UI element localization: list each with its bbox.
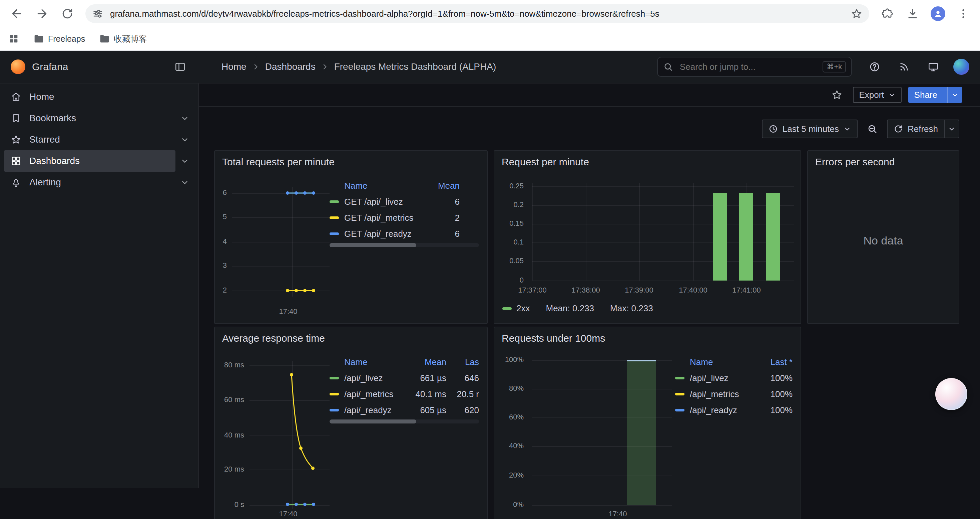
col-mean[interactable]: Mean bbox=[420, 181, 460, 191]
time-range-label: Last 5 minutes bbox=[783, 124, 839, 134]
bar-percent[interactable] bbox=[627, 360, 656, 505]
address-bar[interactable] bbox=[85, 4, 869, 23]
col-name[interactable]: Name bbox=[690, 357, 755, 367]
legend-row[interactable]: /api/_metrics 40.1 ms 20.5 r bbox=[329, 386, 479, 402]
refresh-button[interactable]: Refresh bbox=[888, 120, 944, 137]
y-tick: 0.1 bbox=[494, 238, 524, 246]
favorite-dashboard-button[interactable] bbox=[827, 86, 846, 104]
floating-assistant-avatar[interactable] bbox=[935, 378, 967, 410]
sidebar-label: Dashboards bbox=[29, 156, 80, 166]
panel-title[interactable]: Request per minute bbox=[502, 156, 589, 168]
reload-button[interactable] bbox=[56, 2, 79, 25]
y-tick: 100% bbox=[494, 355, 524, 364]
y-tick: 0.2 bbox=[494, 200, 524, 209]
scrollbar-thumb[interactable] bbox=[329, 420, 416, 423]
legend-row[interactable]: /api/_metrics 100% bbox=[675, 386, 792, 402]
search-input[interactable] bbox=[678, 61, 817, 73]
panel-title[interactable]: Requests under 100ms bbox=[502, 333, 605, 344]
bar-2xx[interactable] bbox=[739, 193, 753, 281]
col-last[interactable]: Las bbox=[446, 357, 479, 367]
series-mean: 2 bbox=[420, 213, 460, 223]
export-label: Export bbox=[859, 90, 884, 100]
kiosk-button[interactable] bbox=[924, 57, 943, 76]
legend-row[interactable]: /api/_readyz 605 µs 620 bbox=[329, 402, 479, 418]
zoom-out-button[interactable] bbox=[863, 120, 881, 138]
legend-row[interactable]: /api/_livez 100% bbox=[675, 370, 792, 386]
sidebar-item-home[interactable]: Home bbox=[4, 86, 194, 107]
share-button[interactable]: Share bbox=[908, 87, 943, 103]
expand-toggle[interactable] bbox=[175, 156, 194, 165]
bookmark-folder-blogs[interactable]: 收藏博客 bbox=[99, 33, 147, 45]
bookmark-star-icon[interactable] bbox=[851, 8, 862, 20]
share-button-group: Share bbox=[908, 87, 962, 103]
search-box[interactable]: ⌘+k bbox=[657, 57, 852, 77]
news-button[interactable] bbox=[895, 57, 913, 76]
search-icon bbox=[663, 62, 673, 72]
person-icon bbox=[933, 9, 943, 18]
series-mean: 40.1 ms bbox=[399, 389, 446, 399]
sidebar: Home Bookmarks Starred bbox=[0, 83, 199, 488]
forward-button[interactable] bbox=[31, 2, 53, 25]
expand-toggle[interactable] bbox=[175, 114, 194, 123]
expand-toggle[interactable] bbox=[175, 178, 194, 187]
extensions-button[interactable] bbox=[876, 2, 899, 25]
bookmark-folder-freeleaps[interactable]: Freeleaps bbox=[33, 33, 85, 45]
panel-title[interactable]: Errors per second bbox=[815, 156, 895, 168]
series-color-chip bbox=[675, 409, 684, 412]
legend-row[interactable]: GET /api/_readyz 6 bbox=[329, 226, 479, 242]
sidebar-toggle-button[interactable] bbox=[171, 57, 189, 76]
series-mean: 6 bbox=[420, 229, 460, 239]
legend-row[interactable]: GET /api/_metrics 2 bbox=[329, 210, 479, 226]
legend-series[interactable]: 2xx bbox=[502, 303, 530, 314]
bar-2xx[interactable] bbox=[713, 193, 727, 281]
legend-row[interactable]: GET /api/_livez 6 bbox=[329, 194, 479, 210]
legend-row[interactable]: /api/_livez 661 µs 646 bbox=[329, 370, 479, 386]
downloads-button[interactable] bbox=[901, 2, 924, 25]
site-info-icon[interactable] bbox=[92, 8, 103, 19]
browser-menu-button[interactable] bbox=[952, 2, 975, 25]
grafana-logo bbox=[11, 59, 25, 74]
help-button[interactable] bbox=[865, 57, 884, 76]
sidebar-item-bookmarks[interactable]: Bookmarks bbox=[4, 107, 194, 129]
x-tick: 17:40 bbox=[268, 509, 308, 518]
series-color-chip bbox=[675, 393, 684, 395]
y-tick: 0.05 bbox=[494, 257, 524, 265]
scrollbar-thumb[interactable] bbox=[329, 243, 416, 247]
sidebar-item-dashboards[interactable]: Dashboards bbox=[4, 150, 194, 172]
breadcrumb-dashboards[interactable]: Dashboards bbox=[265, 61, 315, 72]
share-menu-button[interactable] bbox=[947, 87, 962, 103]
export-button[interactable]: Export bbox=[853, 87, 901, 103]
legend-table: Name Mean Las /api/_livez 661 µs 646 /ap… bbox=[329, 354, 479, 418]
legend-scrollbar[interactable] bbox=[329, 243, 479, 247]
legend-mean: Mean: 0.233 bbox=[546, 303, 594, 314]
grafana-brand[interactable]: Grafana bbox=[11, 59, 68, 74]
series-name: /api/_readyz bbox=[690, 405, 755, 415]
expand-toggle[interactable] bbox=[175, 135, 194, 144]
y-tick: 0.25 bbox=[494, 182, 524, 190]
bar-2xx[interactable] bbox=[766, 193, 780, 281]
col-last[interactable]: Last * bbox=[755, 357, 792, 367]
breadcrumb-home[interactable]: Home bbox=[221, 61, 247, 72]
legend-row[interactable]: /api/_readyz 100% bbox=[675, 402, 792, 418]
back-button[interactable] bbox=[5, 2, 28, 25]
chevron-down-icon bbox=[951, 91, 959, 99]
legend-scrollbar[interactable] bbox=[329, 420, 479, 423]
series-last: 646 bbox=[446, 373, 479, 383]
refresh-interval-button[interactable] bbox=[944, 120, 959, 137]
col-name[interactable]: Name bbox=[344, 181, 420, 191]
legend-header: Name Mean Las bbox=[329, 354, 479, 370]
user-avatar[interactable] bbox=[953, 59, 969, 75]
x-tick: 17:40 bbox=[594, 509, 641, 518]
time-range-picker[interactable]: Last 5 minutes bbox=[762, 120, 858, 138]
y-tick: 0% bbox=[494, 500, 524, 509]
apps-grid-icon[interactable] bbox=[8, 33, 19, 45]
series-name: /api/_metrics bbox=[690, 389, 755, 399]
sidebar-item-alerting[interactable]: Alerting bbox=[4, 172, 194, 193]
url-input[interactable] bbox=[109, 8, 845, 20]
grafana-nav-icons bbox=[852, 57, 980, 76]
col-mean[interactable]: Mean bbox=[399, 357, 446, 367]
profile-button[interactable] bbox=[927, 2, 949, 25]
col-name[interactable]: Name bbox=[344, 357, 399, 367]
home-icon bbox=[11, 91, 21, 102]
sidebar-item-starred[interactable]: Starred bbox=[4, 129, 194, 150]
